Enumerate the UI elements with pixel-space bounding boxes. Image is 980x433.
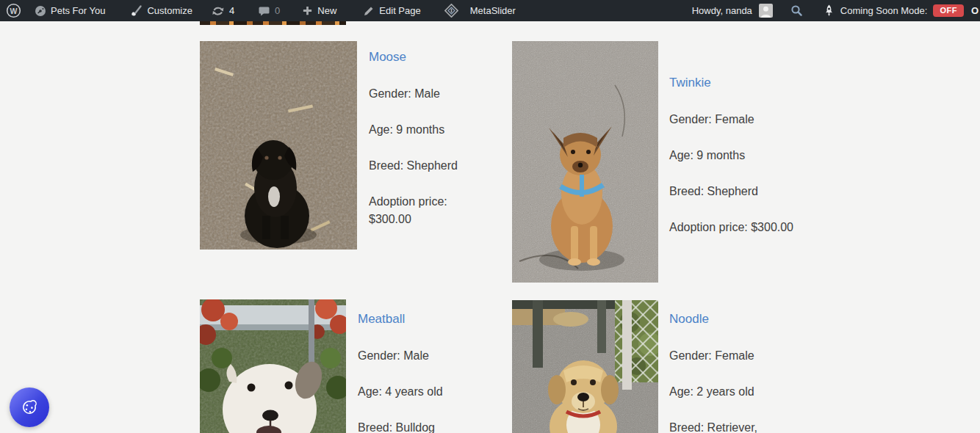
new-label: New <box>317 5 336 16</box>
pet-price: Adoption price: $300.00 <box>369 193 486 228</box>
pencil-icon <box>363 5 375 17</box>
site-gauge-icon <box>35 5 46 17</box>
black-puppy-on-mulch-photo <box>200 41 357 250</box>
comments-bubble-icon <box>258 5 270 17</box>
pet-breed: Breed: Bulldog <box>358 419 486 433</box>
updates-count: 4 <box>229 5 234 16</box>
pet-age: Age: 9 months <box>369 121 486 139</box>
admin-bar-right-group: Howdy, nanda Coming Soon Mode: <box>685 0 980 21</box>
truncated-admin-bar-item[interactable]: O <box>971 0 980 21</box>
pet-photo-noodle[interactable] <box>512 300 658 433</box>
pet-breed: Breed: Shepherd <box>369 157 486 175</box>
edit-page-button[interactable]: Edit Page <box>356 0 428 21</box>
comments-count: 0 <box>275 5 280 16</box>
comments-button[interactable]: 0 <box>251 0 287 21</box>
coming-soon-label: Coming Soon Mode: <box>840 5 928 16</box>
howdy-label: Howdy, nanda <box>692 5 752 16</box>
customize-button[interactable]: Customize <box>123 0 199 21</box>
paintbrush-icon <box>130 4 143 17</box>
pet-photo-moose[interactable] <box>200 41 357 250</box>
pet-card-moose: Moose Gender: Male Age: 9 months Breed: … <box>369 49 486 247</box>
pet-breed: Breed: Retriever, Labrador <box>669 419 805 433</box>
previous-photo-sliver <box>200 21 346 25</box>
metaslider-label: MetaSlider <box>470 5 516 16</box>
edit-page-label: Edit Page <box>379 5 420 16</box>
pet-gender: Gender: Male <box>369 85 486 103</box>
pet-link-twinkie[interactable]: Twinkie <box>669 75 711 91</box>
site-menu-pets-for-you[interactable]: Pets For You <box>27 0 112 21</box>
new-content-button[interactable]: New <box>295 0 344 21</box>
coming-soon-mode-toggle[interactable]: Coming Soon Mode: OFF <box>816 0 971 21</box>
my-account-button[interactable]: Howdy, nanda <box>685 0 780 21</box>
pet-age: Age: 4 years old <box>358 383 486 401</box>
pet-gender: Gender: Male <box>358 347 486 365</box>
wp-admin-bar: W Pets For You Customize <box>0 0 980 21</box>
rocket-icon <box>824 4 835 17</box>
pet-link-moose[interactable]: Moose <box>369 49 406 65</box>
avatar-person-icon <box>759 4 773 18</box>
svg-text:W: W <box>10 7 18 15</box>
customize-label: Customize <box>147 5 192 16</box>
pet-breed: Breed: Shepherd <box>669 183 805 200</box>
pet-photo-meatball[interactable] <box>200 299 346 433</box>
yellow-lab-by-fence-photo <box>512 300 658 433</box>
pet-age: Age: 2 years old <box>669 383 805 401</box>
updates-circular-arrows-icon <box>212 5 225 17</box>
pet-link-meatball[interactable]: Meatball <box>358 311 405 327</box>
wordpress-logo-icon: W <box>6 3 21 18</box>
tan-puppy-on-asphalt-photo <box>512 41 658 283</box>
cookie-icon <box>17 395 42 420</box>
pet-link-noodle[interactable]: Noodle <box>669 311 709 327</box>
metaslider-diamond-icon <box>444 4 458 18</box>
metaslider-button[interactable]: MetaSlider <box>437 0 523 21</box>
avatar <box>759 4 773 18</box>
search-button[interactable] <box>783 0 810 21</box>
pet-card-noodle: Noodle Gender: Female Age: 2 years old B… <box>669 311 805 433</box>
plus-icon <box>302 5 313 16</box>
pet-gender: Gender: Female <box>669 111 805 128</box>
white-bulldog-autumn-photo <box>200 299 346 433</box>
cookie-consent-button[interactable] <box>10 387 49 427</box>
wp-logo-button[interactable]: W <box>0 0 27 21</box>
search-icon <box>790 4 803 17</box>
pet-card-meatball: Meatball Gender: Male Age: 4 years old B… <box>358 311 486 433</box>
pet-photo-twinkie[interactable] <box>512 41 658 283</box>
site-name-label: Pets For You <box>51 5 105 16</box>
pet-age: Age: 9 months <box>669 147 805 164</box>
pet-price: Adoption price: $300.00 <box>669 219 805 236</box>
pet-gender: Gender: Female <box>669 347 805 365</box>
updates-button[interactable]: 4 <box>204 0 242 21</box>
admin-bar-left-group: W Pets For You Customize <box>0 0 523 21</box>
pet-card-twinkie: Twinkie Gender: Female Age: 9 months Bre… <box>669 75 805 255</box>
coming-soon-off-badge: OFF <box>933 4 964 17</box>
